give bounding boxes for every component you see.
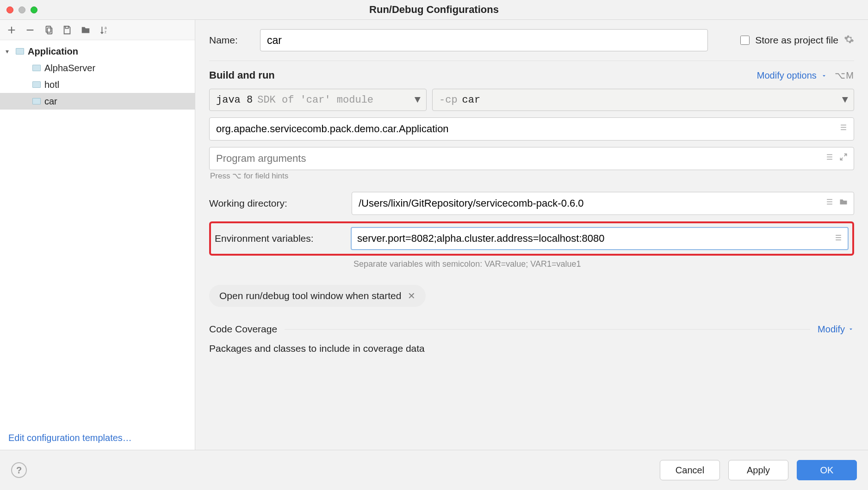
code-coverage-modify-link[interactable]: Modify [818,324,854,335]
program-arguments-input[interactable] [216,147,831,170]
copy-config-button[interactable] [43,25,54,35]
build-and-run-header: Build and run Modify options ⌥M [209,69,854,81]
tree-label: Application [28,46,78,57]
run-config-icon [32,98,41,104]
window-title: Run/Debug Configurations [0,4,868,16]
main-split: az ▾ Application AlphaServer hotl car Ed [0,19,868,450]
config-tree: ▾ Application AlphaServer hotl car [0,40,195,426]
cancel-button[interactable]: Cancel [660,460,720,480]
jre-select[interactable]: java 8 SDK of 'car' module ▼ [209,89,427,111]
classpath-value: car [462,94,481,106]
code-coverage-header: Code Coverage Modify [209,324,854,335]
environment-variables-row: Environment variables: [209,221,854,256]
store-as-project-file-checkbox[interactable] [740,36,750,45]
expand-icon[interactable] [839,153,848,165]
name-row: Name: Store as project file [209,29,854,51]
env-hint-text: Separate variables with semicolon: VAR=v… [353,259,854,269]
list-icon[interactable] [825,197,834,210]
folder-icon[interactable] [839,197,848,210]
folder-config-button[interactable] [81,25,91,35]
build-and-run-title: Build and run [209,69,275,81]
tree-item-alphaserver[interactable]: AlphaServer [0,60,195,76]
run-config-icon [32,65,41,71]
save-config-button[interactable] [62,25,72,35]
working-directory-input[interactable] [359,192,831,214]
edit-configuration-templates-link[interactable]: Edit configuration templates… [0,426,195,450]
config-form: Name: Store as project file Build and ru… [195,20,868,450]
field-hints-text: Press ⌥ for field hints [210,171,854,181]
remove-config-button[interactable] [25,25,35,35]
application-type-icon [16,48,24,55]
modify-options-link[interactable]: Modify options [757,70,828,81]
chevron-down-icon: ▼ [415,94,421,106]
working-directory-wrapper [352,192,854,215]
tree-label: AlphaServer [44,63,95,74]
tree-item-hotl[interactable]: hotl [0,76,195,93]
chip-label: Open run/debug tool window when started [219,290,401,301]
main-class-field-wrapper [209,117,854,141]
run-config-icon [32,81,41,88]
environment-variables-wrapper [351,227,849,250]
titlebar: Run/Debug Configurations [0,0,868,19]
open-tool-window-chip[interactable]: Open run/debug tool window when started … [209,285,426,307]
classpath-select[interactable]: -cp car ▼ [432,89,854,111]
svg-text:a: a [105,26,107,30]
classpath-prefix: -cp [439,94,458,106]
tree-label: hotl [44,80,59,90]
tree-node-application[interactable]: ▾ Application [0,43,195,60]
list-icon[interactable] [825,153,834,165]
list-icon[interactable] [834,233,843,245]
packages-coverage-text: Packages and classes to include in cover… [209,343,854,354]
apply-button[interactable]: Apply [728,460,788,480]
svg-text:z: z [105,30,106,34]
list-icon[interactable] [839,123,848,135]
divider [285,329,810,330]
tree-item-car[interactable]: car [0,93,195,110]
name-label: Name: [209,35,260,46]
jre-secondary-label: SDK of 'car' module [257,94,373,106]
jre-primary-label: java 8 [216,94,253,106]
name-input[interactable] [260,29,708,51]
sort-config-button[interactable]: az [99,25,109,35]
svg-rect-0 [46,26,51,32]
gear-icon[interactable] [844,34,854,47]
store-as-project-file-label: Store as project file [755,35,838,46]
main-class-input[interactable] [216,118,831,140]
close-icon[interactable]: ✕ [408,290,415,301]
chevron-down-icon: ▾ [6,48,12,55]
ok-button[interactable]: OK [797,460,857,480]
modify-options-shortcut: ⌥M [835,70,854,81]
help-button[interactable]: ? [11,462,27,478]
sidebar: az ▾ Application AlphaServer hotl car Ed [0,20,195,450]
dialog-footer: ? Cancel Apply OK [0,450,868,490]
code-coverage-title: Code Coverage [209,324,277,335]
sidebar-toolbar: az [0,20,195,40]
environment-variables-label: Environment variables: [215,233,342,244]
add-config-button[interactable] [6,25,17,35]
tree-label: car [44,96,57,107]
environment-variables-input[interactable] [357,228,827,249]
working-directory-label: Working directory: [209,198,343,209]
working-directory-row: Working directory: [209,192,854,215]
svg-rect-1 [47,28,52,34]
chevron-down-icon: ▼ [842,94,848,106]
divider [209,61,854,61]
program-arguments-wrapper [209,147,854,170]
